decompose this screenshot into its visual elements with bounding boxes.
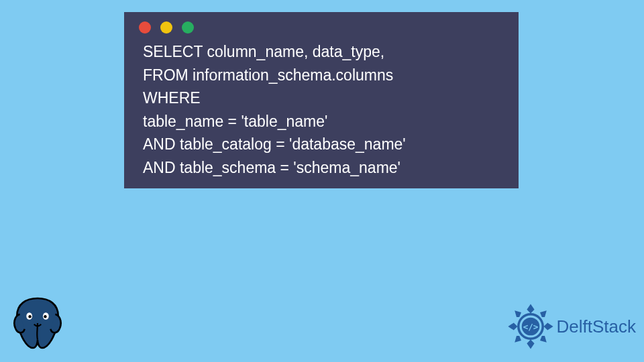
svg-marker-9	[540, 310, 547, 317]
window-controls	[124, 21, 519, 40]
svg-marker-8	[515, 310, 521, 317]
svg-marker-11	[540, 336, 547, 343]
svg-marker-10	[515, 336, 521, 343]
close-icon	[139, 21, 151, 34]
svg-marker-5	[527, 340, 534, 349]
code-line: SELECT column_name, data_type,	[143, 43, 384, 60]
code-block: SELECT column_name, data_type, FROM info…	[124, 40, 519, 179]
code-line: WHERE	[143, 89, 201, 107]
svg-text:</>: </>	[523, 322, 538, 332]
delftstack-brand: </> DelftStack	[507, 303, 637, 350]
minimize-icon	[160, 21, 172, 34]
code-window: SELECT column_name, data_type, FROM info…	[124, 12, 519, 188]
svg-marker-6	[508, 322, 517, 330]
brand-name: DelftStack	[557, 316, 637, 337]
delftstack-icon: </>	[507, 303, 554, 350]
svg-point-3	[44, 315, 46, 318]
maximize-icon	[182, 21, 194, 34]
code-line: FROM information_schema.columns	[143, 66, 393, 84]
code-line: AND table_catalog = 'database_name'	[143, 135, 406, 153]
code-line: AND table_schema = 'schema_name'	[143, 159, 400, 176]
code-line: table_name = 'table_name'	[143, 113, 327, 130]
postgresql-icon	[8, 292, 67, 354]
svg-marker-4	[527, 304, 534, 313]
svg-point-2	[28, 315, 31, 318]
svg-marker-7	[543, 322, 553, 330]
